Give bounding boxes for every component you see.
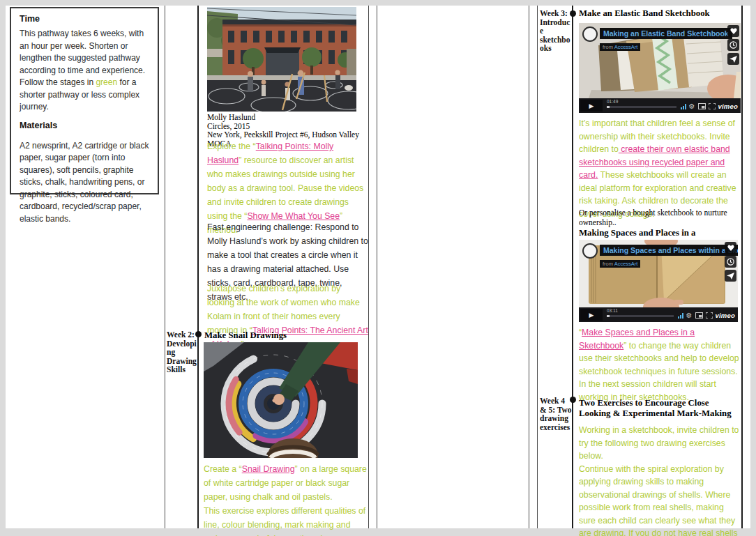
- timeline-rule-left: [197, 6, 199, 528]
- materials-heading: Materials: [20, 121, 149, 130]
- week2-label: Week 2: Developing Drawing Skills: [167, 330, 199, 374]
- week45-label: Week 4 & 5: Two drawing exercises: [540, 397, 573, 431]
- accessart-logo-icon: [582, 243, 598, 259]
- time-paragraph: This pathway takes 6 weeks, with an hour…: [20, 28, 149, 114]
- snail-paragraph: Create a “Snail Drawing” on a large squa…: [204, 462, 367, 536]
- column-divider: [529, 6, 529, 528]
- make-snail-drawings-heading: Make Snail Drawings: [204, 330, 369, 341]
- pip-icon[interactable]: [695, 312, 703, 319]
- play-button[interactable]: ▶: [580, 100, 603, 112]
- ownership-paragraph: It’s important that children feel a sens…: [579, 117, 742, 220]
- quality-bars-icon[interactable]: [678, 313, 683, 319]
- fullscreen-icon[interactable]: [709, 103, 716, 109]
- like-heart-icon[interactable]: [727, 25, 739, 37]
- column-divider: [377, 6, 377, 528]
- vimeo-logo[interactable]: vimeo: [716, 312, 735, 319]
- spaces-paragraph: “Make Spaces and Places in a Sketchbook”…: [579, 326, 742, 404]
- accessart-logo-icon: [582, 26, 598, 42]
- elastic-band-heading: Make an Elastic Band Sketchbook: [579, 8, 742, 19]
- fullscreen-icon[interactable]: [706, 312, 713, 319]
- video-timestamp: 03:11: [607, 308, 618, 313]
- snail-drawing-photo: [204, 342, 358, 458]
- video-control-bar: ▶ 01:49 ⚙ vimeo: [579, 98, 741, 113]
- molly-haslund-circles-photo: [207, 7, 356, 112]
- settings-gear-icon[interactable]: ⚙: [689, 103, 695, 110]
- share-paper-plane-icon[interactable]: [725, 270, 736, 282]
- column-divider: [537, 6, 538, 528]
- timeline-rule-right: [572, 6, 573, 528]
- video-thumbnail[interactable]: Making Spaces and Places within a Sketch…: [579, 240, 738, 307]
- snail-drawing-link[interactable]: Snail Drawing: [242, 464, 295, 474]
- materials-paragraph: A2 newsprint, A2 cartridge or black pape…: [20, 140, 149, 226]
- video-title: Making Spaces and Places within a Sketch…: [600, 245, 738, 256]
- progress-bar[interactable]: [607, 106, 676, 108]
- progress-bar[interactable]: [607, 315, 674, 317]
- spaces-places-video-player[interactable]: Making Spaces and Places within a Sketch…: [579, 240, 738, 322]
- settings-gear-icon[interactable]: ⚙: [686, 312, 693, 319]
- vimeo-logo[interactable]: vimeo: [718, 102, 738, 110]
- watch-later-clock-icon[interactable]: [725, 256, 736, 268]
- show-me-what-you-see-link[interactable]: Show Me What You See: [247, 211, 340, 221]
- video-control-bar: ▶ 03:11 ⚙ vimeo: [579, 307, 738, 322]
- video-title: Making an Elastic Band Sketchbook: [600, 28, 732, 39]
- column-divider: [165, 6, 165, 528]
- green-highlight-word: green: [96, 77, 117, 87]
- video-thumbnail[interactable]: Making an Elastic Band Sketchbook from A…: [579, 23, 741, 98]
- like-heart-icon[interactable]: [725, 242, 736, 254]
- watch-later-clock-icon[interactable]: [727, 39, 739, 51]
- time-materials-box: Time This pathway takes 6 weeks, with an…: [10, 7, 159, 194]
- time-heading: Time: [20, 14, 149, 24]
- pip-icon[interactable]: [698, 103, 706, 109]
- play-button[interactable]: ▶: [580, 309, 603, 321]
- two-exercises-heading: Two Exercises to Encourage Close Looking…: [579, 398, 742, 419]
- share-paper-plane-icon[interactable]: [727, 53, 739, 65]
- working-paragraph: Working in a sketchbook, invite children…: [579, 424, 742, 536]
- video-timestamp: 01:49: [607, 99, 618, 104]
- personalise-note: Or personalise a bought sketchbook to nu…: [579, 208, 732, 227]
- quality-bars-icon[interactable]: [681, 104, 686, 109]
- week3-label: Week 3: Introduce sketchbooks: [540, 9, 573, 53]
- video-byline: from AccessArt: [600, 43, 640, 51]
- elastic-band-video-player[interactable]: Making an Elastic Band Sketchbook from A…: [579, 23, 741, 113]
- juxtapose-paragraph: Juxtapose children’s exploration by look…: [207, 282, 369, 351]
- video-byline: from AccessArt: [600, 260, 640, 268]
